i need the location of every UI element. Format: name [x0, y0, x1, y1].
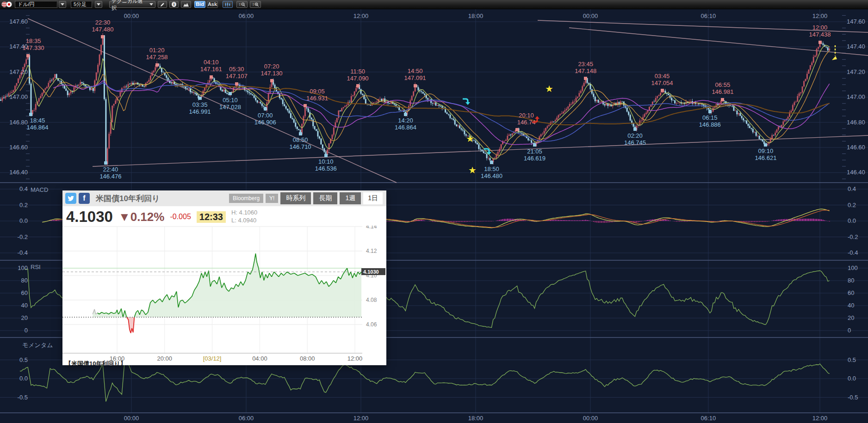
svg-text:[03/12]: [03/12] [203, 355, 222, 362]
zoom-in-button[interactable]: ↕ [250, 1, 261, 8]
day-low: L: 4.0940 [231, 217, 256, 224]
fx-chart-app: 00:0000:0006:0006:0012:0012:0018:0018:00… [0, 0, 868, 423]
overlay-quote-row: 4.1030 ▼0.12% -0.005 12:33 H: 4.1060 L: … [62, 206, 386, 227]
chevron-down-icon [97, 3, 100, 6]
svg-text:20:00: 20:00 [157, 355, 173, 362]
us10y-yield-window[interactable]: f 米国債10年利回り Bloomberg Y! 時系列 長期 1週 1日 4.… [62, 190, 386, 365]
tab-longterm[interactable]: 長期 [313, 192, 337, 204]
area-chart-button[interactable] [181, 1, 191, 8]
toolbar: ドル/円 5分足 テクニカル選択 i Bid Ask [0, 0, 868, 9]
ask-label: Ask [208, 1, 217, 8]
candle-chart-icon [225, 2, 230, 7]
info-button[interactable]: i [169, 1, 179, 8]
svg-text:4.06: 4.06 [366, 321, 377, 328]
timeframe-select[interactable]: 5分足 [71, 1, 92, 8]
facebook-icon[interactable]: f [79, 193, 90, 204]
zoom-out-button[interactable]: ↕ [236, 1, 248, 8]
zoom-out-icon [241, 2, 246, 7]
jp-flag-icon [6, 1, 12, 7]
tab-1week[interactable]: 1週 [340, 192, 361, 204]
svg-text:4.08: 4.08 [366, 297, 377, 303]
yield-change-pct: ▼0.12% [118, 210, 164, 224]
ask-button[interactable]: Ask [207, 1, 218, 8]
pair-select[interactable]: ドル/円 [15, 1, 57, 8]
svg-text:4.14: 4.14 [366, 226, 377, 230]
tab-1day[interactable]: 1日 [363, 192, 383, 204]
svg-text:12:00: 12:00 [347, 355, 363, 362]
svg-text:4.1030: 4.1030 [363, 269, 379, 275]
bloomberg-button[interactable]: Bloomberg [229, 194, 263, 203]
trend-lines [28, 18, 868, 183]
bid-button[interactable]: Bid [194, 1, 205, 8]
pair-flags [1, 1, 12, 8]
yield-line-chart: 16:0020:00[03/12]04:0008:0012:004.144.12… [62, 226, 386, 364]
overlay-bottom-caption: 【米国債10年利回り】 [65, 360, 126, 365]
svg-text:4.12: 4.12 [366, 248, 377, 254]
technical-select-button[interactable]: テクニカル選択 [109, 1, 155, 8]
pair-dropdown-button[interactable] [59, 1, 66, 8]
svg-text:04:00: 04:00 [252, 355, 267, 362]
overlay-title: 米国債10年利回り [96, 193, 160, 204]
area-chart-icon [183, 2, 189, 7]
candlesticks [1, 33, 830, 166]
timeframe-dropdown-button[interactable] [95, 1, 102, 8]
svg-text:08:00: 08:00 [300, 355, 315, 362]
chevron-down-icon [61, 3, 64, 6]
yahoo-button[interactable]: Y! [266, 194, 278, 203]
info-icon: i [172, 2, 176, 7]
candle-chart-button[interactable] [223, 1, 233, 8]
technical-select-label: テクニカル選択 [112, 0, 147, 12]
quote-time: 12:33 [197, 211, 226, 223]
twitter-icon[interactable] [65, 193, 76, 204]
bid-label: Bid [196, 1, 204, 8]
yield-change-abs: -0.005 [170, 213, 191, 221]
day-high: H: 4.1060 [231, 209, 257, 216]
pair-label: ドル/円 [18, 1, 35, 8]
zoom-in-icon [254, 2, 259, 7]
draw-pencil-button[interactable] [158, 1, 167, 8]
timeframe-label: 5分足 [74, 1, 87, 8]
high-low-block: H: 4.1060 L: 4.0940 [231, 209, 257, 225]
yield-value: 4.1030 [66, 208, 113, 226]
pencil-icon [160, 2, 165, 7]
chevron-down-icon [149, 3, 153, 6]
overlay-header: f 米国債10年利回り Bloomberg Y! 時系列 長期 1週 1日 [62, 190, 386, 206]
tab-timeseries[interactable]: 時系列 [280, 192, 311, 204]
